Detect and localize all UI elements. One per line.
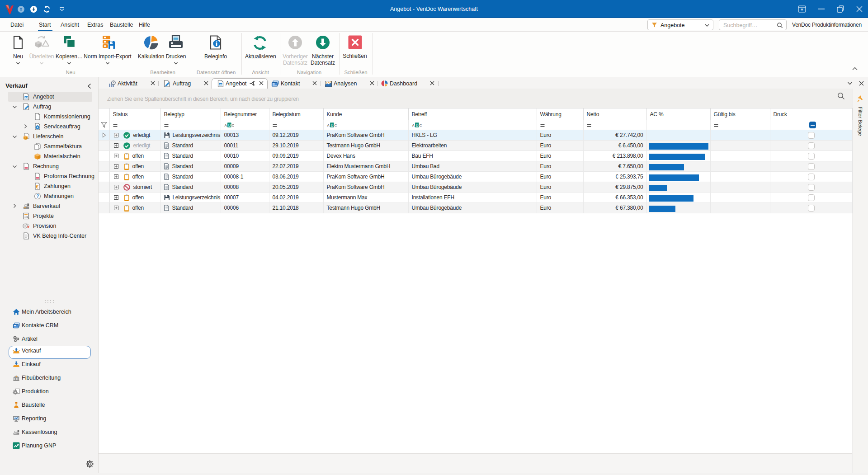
svg-text:A: A	[224, 123, 227, 127]
svg-text:B: B	[415, 123, 418, 127]
svg-text:Filter Belege: Filter Belege	[858, 107, 863, 136]
svg-text:C: C	[231, 123, 234, 127]
svg-text:B: B	[330, 123, 333, 127]
svg-text:?: ?	[36, 194, 39, 199]
svg-text:C: C	[419, 123, 422, 127]
svg-text:A: A	[412, 123, 415, 127]
svg-text:€: €	[36, 184, 39, 189]
svg-text:C: C	[334, 123, 337, 127]
svg-text:A: A	[327, 123, 330, 127]
svg-text:B: B	[228, 123, 231, 127]
